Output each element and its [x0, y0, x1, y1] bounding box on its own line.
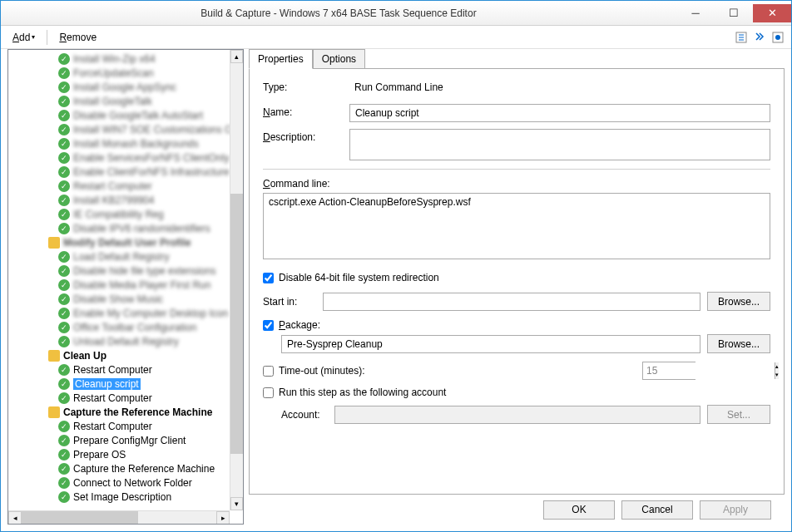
tree-item[interactable]: ✓Set Image Description	[8, 490, 243, 504]
scroll-right-icon[interactable]: ▸	[216, 511, 230, 525]
check-icon: ✓	[58, 421, 70, 432]
spin-down-icon[interactable]: ▾	[775, 371, 779, 379]
tree-item[interactable]: ✓Restart Computer	[8, 419, 243, 433]
tree-item[interactable]: ✓Enable ClientForNFS Infrastructure	[8, 165, 243, 179]
type-value: Run Command Line	[349, 79, 770, 97]
tree-item[interactable]: ✓Enable My Computer Desktop Icon	[8, 306, 243, 320]
close-button[interactable]: ✕	[753, 4, 791, 22]
tree-item-label: Disable Media Player First Run	[73, 279, 210, 291]
account-label: Account:	[281, 409, 328, 421]
tree-item-label: Office Toolbar Configuration	[73, 322, 196, 333]
package-input[interactable]	[281, 335, 700, 353]
tree-item[interactable]: ✓Cleanup script	[8, 377, 243, 391]
cancel-button[interactable]: Cancel	[621, 500, 693, 520]
tree-item[interactable]: ✓Install WIN7 SOE Customizations Copy O	[8, 122, 243, 136]
tree-item[interactable]: ✓Office Toolbar Configuration	[8, 320, 243, 334]
tree-item[interactable]: ✓Unload Default Registry	[8, 334, 243, 348]
check-icon: ✓	[58, 463, 70, 475]
check-icon: ✓	[58, 110, 70, 121]
tree-item[interactable]: ✓Install GoogleTalk	[8, 94, 243, 108]
package-browse-button[interactable]: Browse...	[707, 334, 770, 353]
timeout-checkbox[interactable]	[263, 366, 274, 377]
maximize-button[interactable]: ☐	[715, 4, 753, 22]
tree-item-label: Disable hide file type extensions	[73, 265, 215, 277]
tree-group[interactable]: Clean Up	[8, 348, 243, 362]
tree-item-label: IE Compatibility Reg	[73, 209, 164, 220]
tree-item[interactable]: ✓ForceUpdateScan	[8, 66, 243, 80]
check-icon: ✓	[58, 53, 70, 65]
package-label: Package:	[279, 319, 320, 331]
tree-hscroll[interactable]: ◂ ▸	[8, 510, 230, 524]
tree-item[interactable]: ✓Install KB2799904	[8, 193, 243, 207]
startin-browse-button[interactable]: Browse...	[707, 292, 770, 311]
tree-item[interactable]: ✓Disable IPV6 randomidentifiers	[8, 221, 243, 235]
tree-item-label: Cleanup script	[73, 378, 141, 390]
description-label: Description:	[263, 129, 343, 143]
disable64-label: Disable 64-bit file system redirection	[279, 272, 439, 283]
tree-item[interactable]: ✓IE Compatibility Reg	[8, 207, 243, 221]
check-icon: ✓	[58, 124, 70, 135]
tree-item-label: Load Default Registry	[73, 251, 169, 263]
check-icon: ✓	[58, 209, 70, 220]
properties-icon[interactable]	[735, 31, 748, 44]
commandline-input[interactable]: cscript.exe Action-CleanupBeforeSysprep.…	[263, 193, 770, 259]
tree-item[interactable]: ✓Restart Computer	[8, 179, 243, 193]
runas-checkbox[interactable]	[263, 387, 274, 398]
move-icon[interactable]	[753, 31, 766, 44]
tree-item[interactable]: ✓Prepare ConfigMgr Client	[8, 433, 243, 447]
title-bar: Build & Capture - Windows 7 x64 BASE Tas…	[1, 1, 791, 26]
tree-group[interactable]: Capture the Reference Machine	[8, 405, 243, 419]
timeout-value[interactable]	[643, 362, 775, 379]
disable64-checkbox[interactable]	[263, 273, 274, 283]
spin-up-icon[interactable]: ▴	[775, 362, 779, 371]
timeout-spinner[interactable]: ▴▾	[642, 362, 695, 380]
check-icon: ✓	[58, 491, 70, 503]
name-label: Name:	[263, 104, 343, 118]
tree-item[interactable]: ✓Disable Show Music	[8, 292, 243, 306]
package-checkbox[interactable]	[263, 320, 274, 331]
tree-item-label: Prepare ConfigMgr Client	[73, 435, 186, 446]
tab-strip: Properties Options	[249, 49, 785, 69]
tree-item-label: Modify Default User Profile	[63, 237, 191, 249]
scroll-left-icon[interactable]: ◂	[8, 511, 22, 525]
tree-item[interactable]: ✓Prepare OS	[8, 447, 243, 461]
tree-group[interactable]: Modify Default User Profile	[8, 235, 243, 249]
add-button[interactable]: Add ▾	[7, 30, 40, 45]
check-icon: ✓	[58, 293, 70, 305]
tree-item[interactable]: ✓Restart Computer	[8, 362, 243, 377]
add-label: Add	[12, 32, 30, 43]
tree-item[interactable]: ✓Disable Media Player First Run	[8, 278, 243, 292]
tree-item-label: Install Monash Backgrounds	[73, 138, 199, 150]
tree-item[interactable]: ✓Disable GoogleTalk AutoStart	[8, 108, 243, 122]
tree-item[interactable]: ✓Install Google AppSync	[8, 80, 243, 94]
scroll-down-icon[interactable]: ▾	[230, 497, 243, 510]
description-input[interactable]	[349, 129, 770, 160]
tree-item[interactable]: ✓Load Default Registry	[8, 249, 243, 264]
set-button: Set...	[707, 405, 770, 424]
tab-options[interactable]: Options	[313, 49, 365, 69]
tree-item-label: Enable ClientForNFS Infrastructure	[73, 166, 229, 178]
name-input[interactable]	[349, 104, 770, 122]
tree-item[interactable]: ✓Restart Computer	[8, 391, 243, 405]
tree-vscroll[interactable]: ▴ ▾	[230, 50, 243, 510]
options-icon[interactable]	[771, 31, 785, 44]
startin-input[interactable]	[323, 293, 700, 311]
tree-item-label: Unload Default Registry	[73, 336, 179, 347]
check-icon: ✓	[58, 166, 70, 178]
task-tree[interactable]: ✓Install Win-Zip x64✓ForceUpdateScan✓Ins…	[7, 49, 244, 525]
scroll-up-icon[interactable]: ▴	[230, 50, 243, 63]
tree-item[interactable]: ✓Disable hide file type extensions	[8, 264, 243, 278]
remove-button[interactable]: Remove	[54, 30, 101, 45]
tree-item[interactable]: ✓Capture the Reference Machine	[8, 461, 243, 475]
tree-item-label: Install GoogleTalk	[73, 96, 152, 107]
folder-icon	[48, 406, 60, 418]
tree-item[interactable]: ✓Connect to Network Folder	[8, 475, 243, 490]
tab-properties[interactable]: Properties	[249, 49, 313, 69]
tree-item[interactable]: ✓Install Win-Zip x64	[8, 52, 243, 66]
tree-item[interactable]: ✓Install Monash Backgrounds	[8, 136, 243, 150]
ok-button[interactable]: OK	[543, 500, 615, 520]
check-icon: ✓	[58, 322, 70, 333]
minimize-button[interactable]: ─	[676, 4, 715, 22]
runas-label: Run this step as the following account	[279, 387, 446, 398]
tree-item[interactable]: ✓Enable ServicesForNFS ClientOnly	[8, 150, 243, 165]
